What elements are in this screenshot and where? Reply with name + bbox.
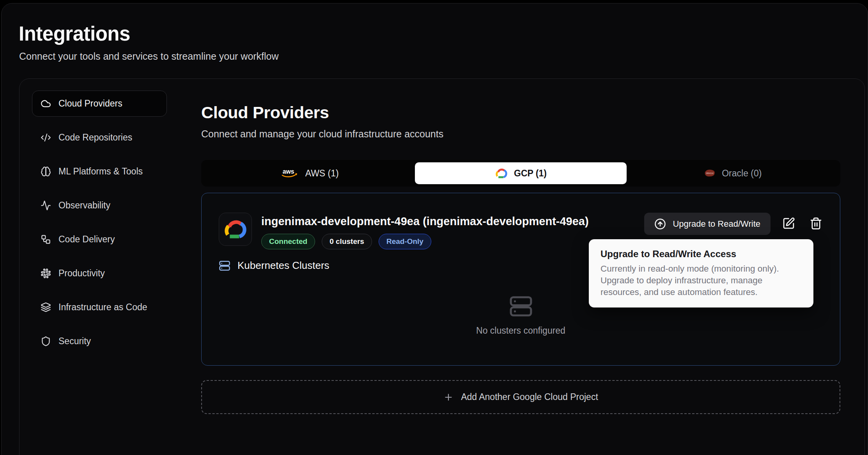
sidebar-item-code-delivery[interactable]: Code Delivery [32, 226, 167, 252]
tab-label: GCP (1) [514, 168, 547, 179]
sidebar-item-label: Code Delivery [58, 234, 115, 245]
section-title: Cloud Providers [201, 103, 840, 122]
code-icon [41, 132, 51, 143]
svg-text:ORACLE: ORACLE [706, 172, 714, 174]
sidebar-item-label: Observability [58, 200, 110, 211]
upgrade-tooltip: Upgrade to Read/Write Access Currently i… [589, 239, 813, 307]
status-badge-connected: Connected [261, 234, 315, 249]
workflow-icon [41, 234, 51, 245]
oracle-logo-icon: ORACLE [703, 169, 716, 178]
sidebar-item-security[interactable]: Security [32, 328, 167, 354]
sidebar-item-label: Cloud Providers [58, 98, 122, 109]
aws-logo-icon: aws [280, 167, 299, 180]
gcp-account-card: ingenimax-development-49ea (ingenimax-de… [201, 193, 840, 366]
slack-icon [41, 268, 51, 279]
shield-icon [41, 336, 51, 347]
integrations-panel: Cloud Providers Code Repositories ML Pla… [19, 78, 865, 455]
edit-account-button[interactable] [781, 217, 795, 231]
tooltip-title: Upgrade to Read/Write Access [601, 249, 802, 259]
cloud-icon [41, 98, 51, 109]
main-content: Cloud Providers Connect and manage your … [201, 91, 840, 455]
sidebar-item-ml-platforms[interactable]: ML Platforms & Tools [32, 158, 167, 185]
trash-icon [810, 217, 822, 230]
account-info: ingenimax-development-49ea (ingenimax-de… [261, 213, 589, 249]
kubernetes-clusters-title: Kubernetes Clusters [237, 259, 329, 272]
account-name: ingenimax-development-49ea (ingenimax-de… [261, 213, 589, 228]
gcp-logo-icon [495, 168, 508, 179]
sidebar-item-code-repositories[interactable]: Code Repositories [32, 124, 167, 151]
account-badges: Connected 0 clusters Read-Only [261, 234, 589, 249]
sidebar-item-infrastructure-as-code[interactable]: Infrastructure as Code [32, 294, 167, 320]
upgrade-button-label: Upgrade to Read/Write [673, 219, 760, 229]
server-icon [219, 260, 230, 272]
empty-state-text: No clusters configured [476, 325, 565, 336]
clusters-count-badge: 0 clusters [322, 234, 372, 249]
page-subtitle: Connect your tools and services to strea… [19, 51, 868, 62]
server-icon [509, 294, 533, 318]
add-project-label: Add Another Google Cloud Project [461, 392, 598, 402]
access-mode-badge: Read-Only [379, 234, 431, 249]
app-window: Integrations Connect your tools and serv… [1, 3, 868, 455]
sidebar-item-label: ML Platforms & Tools [58, 166, 143, 177]
account-actions: Upgrade to Read/Write [644, 213, 823, 235]
tab-label: Oracle (0) [722, 168, 762, 179]
tab-label: AWS (1) [305, 168, 339, 179]
sidebar-item-label: Code Repositories [58, 132, 132, 143]
activity-icon [41, 200, 51, 211]
gcp-logo-icon [223, 219, 248, 240]
tab-oracle[interactable]: ORACLE Oracle (0) [627, 162, 838, 184]
sidebar-item-cloud-providers[interactable]: Cloud Providers [32, 91, 167, 117]
sidebar: Cloud Providers Code Repositories ML Pla… [32, 91, 167, 455]
plus-icon [443, 392, 453, 402]
upgrade-readwrite-button[interactable]: Upgrade to Read/Write [644, 213, 771, 235]
sidebar-item-label: Infrastructure as Code [58, 302, 147, 313]
sidebar-item-label: Productivity [58, 268, 105, 279]
sidebar-item-observability[interactable]: Observability [32, 192, 167, 219]
brain-icon [41, 166, 51, 177]
sidebar-item-label: Security [58, 336, 91, 347]
provider-tabs: aws AWS (1) GCP (1) [201, 160, 840, 187]
page-title: Integrations [19, 22, 868, 45]
add-gcp-project-button[interactable]: Add Another Google Cloud Project [201, 380, 840, 414]
circle-arrow-up-icon [654, 218, 666, 230]
tab-aws[interactable]: aws AWS (1) [204, 162, 415, 184]
svg-text:aws: aws [282, 168, 294, 175]
sidebar-item-productivity[interactable]: Productivity [32, 260, 167, 286]
square-pen-icon [782, 217, 795, 230]
layers-icon [41, 302, 51, 313]
tab-gcp[interactable]: GCP (1) [415, 162, 626, 184]
delete-account-button[interactable] [809, 217, 823, 231]
section-subtitle: Connect and manage your cloud infrastruc… [201, 128, 840, 140]
gcp-logo-box [219, 213, 252, 246]
tooltip-body: Currently in read-only mode (monitoring … [601, 263, 802, 298]
